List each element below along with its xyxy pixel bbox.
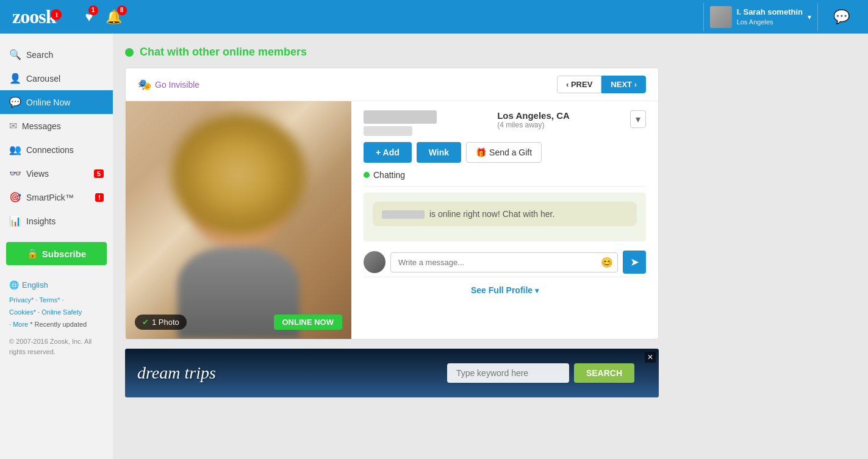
- ad-logo-text: dream trips: [137, 363, 216, 382]
- heart-badge: 1: [88, 5, 98, 15]
- copyright-text: © 2007-2016 Zoosk, Inc. All rights reser…: [9, 336, 104, 357]
- chatting-status: Chatting: [364, 170, 646, 187]
- emoji-button[interactable]: 😊: [601, 257, 613, 268]
- sidebar-item-online-now[interactable]: 💬 Online Now: [0, 90, 113, 114]
- sidebar: 🔍 Search 👤 Carousel 💬 Online Now ✉ Messa…: [0, 34, 113, 459]
- wink-button[interactable]: Wink: [417, 142, 461, 163]
- online-safety-link[interactable]: Online Safety: [41, 308, 82, 316]
- chat-area: is online right now! Chat with her.: [364, 193, 646, 241]
- ad-logo-wrap: dream trips: [137, 363, 216, 383]
- privacy-link[interactable]: Privacy*: [9, 296, 34, 304]
- profile-location-block: Los Angeles, CA (4 miles away): [497, 110, 570, 129]
- profile-distance: (4 miles away): [497, 121, 570, 129]
- ad-close-button[interactable]: ✕: [645, 352, 656, 363]
- subscribe-label: Subscribe: [42, 249, 87, 259]
- photo-section: ✔ 1 Photo ONLINE NOW: [126, 101, 351, 339]
- nav-icons: ♥ 1 🔔 8: [85, 9, 703, 25]
- sidebar-label-messages: Messages: [22, 121, 61, 131]
- next-button[interactable]: NEXT ›: [601, 76, 646, 93]
- more-link[interactable]: More: [13, 321, 28, 328]
- footer-links: Privacy* · Terms* · Cookies* · Online Sa…: [9, 294, 104, 330]
- profile-actions: + Add Wink 🎁 Send a Gift: [364, 142, 646, 163]
- bell-nav-icon[interactable]: 🔔 8: [106, 9, 122, 25]
- profile-photo[interactable]: [126, 101, 351, 339]
- go-invisible-button[interactable]: 🎭 Go Invisible: [138, 78, 199, 91]
- sidebar-item-connections[interactable]: 👥 Connections: [0, 138, 113, 162]
- ad-search-button[interactable]: SEARCH: [574, 363, 634, 383]
- see-full-profile-link[interactable]: See Full Profile ▾: [471, 285, 539, 295]
- send-icon: ➤: [630, 255, 639, 269]
- emoji-icon: 😊: [601, 257, 613, 268]
- user-menu[interactable]: I. Sarah somethin Los Angeles ▾: [703, 3, 818, 31]
- sidebar-label-smartpick: SmartPick™: [26, 193, 74, 202]
- chat-message-text: is online right now! Chat with her.: [429, 209, 554, 219]
- carousel-icon: 👤: [9, 73, 21, 84]
- main-layout: 🔍 Search 👤 Carousel 💬 Online Now ✉ Messa…: [0, 34, 868, 459]
- smartpick-icon: 🎯: [9, 191, 21, 203]
- profile-chevron-icon: ▾: [535, 286, 539, 295]
- sidebar-item-views[interactable]: 👓 Views 5: [0, 162, 113, 185]
- bell-badge: 8: [117, 5, 127, 15]
- more-options-button[interactable]: ▾: [630, 110, 646, 128]
- online-now-badge: ONLINE NOW: [274, 315, 343, 330]
- gift-label: Send a Gift: [489, 148, 532, 157]
- profile-age: [364, 126, 412, 136]
- photo-count[interactable]: ✔ 1 Photo: [135, 315, 187, 330]
- chat-bubble: is online right now! Chat with her.: [373, 202, 637, 226]
- sidebar-label-views: Views: [26, 169, 49, 179]
- send-gift-button[interactable]: 🎁 Send a Gift: [466, 142, 542, 163]
- profile-location: Los Angeles, CA: [497, 110, 570, 121]
- send-message-button[interactable]: ➤: [623, 251, 646, 274]
- chat-input-row: 😊 ➤: [364, 247, 646, 277]
- top-navigation: zoosk1 ♥ 1 🔔 8 I. Sarah somethin Los Ang…: [0, 0, 868, 34]
- next-chevron-icon: ›: [634, 80, 637, 89]
- avatar: [710, 6, 732, 28]
- chat-user-avatar: [364, 251, 386, 273]
- add-button[interactable]: + Add: [364, 142, 412, 163]
- user-info: I. Sarah somethin Los Angeles: [737, 7, 803, 26]
- see-full-profile-label: See Full Profile: [471, 285, 533, 295]
- subscribe-button[interactable]: 🔒 Subscribe: [6, 242, 107, 265]
- check-icon: ✔: [142, 318, 149, 327]
- language-label: English: [22, 280, 48, 290]
- chat-input-wrap: 😊: [390, 252, 618, 272]
- ad-banner: dream trips SEARCH ✕: [125, 349, 659, 397]
- ad-search-input[interactable]: [447, 363, 569, 383]
- profile-info-section: Los Angeles, CA (4 miles away) ▾ + Add W…: [351, 101, 658, 339]
- profile-card: 🎭 Go Invisible ‹ PREV NEXT ›: [125, 68, 659, 340]
- profile-name: [364, 110, 437, 124]
- logo[interactable]: zoosk1: [12, 5, 66, 28]
- messages-icon-button[interactable]: 💬: [827, 9, 856, 25]
- mask-icon: 🎭: [138, 78, 151, 91]
- sidebar-label-search: Search: [26, 50, 53, 60]
- photo-count-label: 1 Photo: [152, 318, 179, 327]
- prev-button[interactable]: ‹ PREV: [557, 76, 601, 93]
- sidebar-item-search[interactable]: 🔍 Search: [0, 43, 113, 66]
- chat-username-blurred: [382, 210, 425, 219]
- sidebar-label-insights: Insights: [26, 216, 56, 226]
- terms-link[interactable]: Terms*: [39, 296, 60, 304]
- photo-hair: [171, 113, 306, 235]
- sidebar-item-insights[interactable]: 📊 Insights: [0, 209, 113, 233]
- ad-search-wrap: SEARCH: [447, 363, 634, 383]
- chat-bubble-icon: 💬: [833, 9, 850, 24]
- user-location: Los Angeles: [737, 18, 803, 26]
- cookies-link[interactable]: Cookies*: [9, 308, 36, 316]
- sidebar-item-smartpick[interactable]: 🎯 SmartPick™ !: [0, 185, 113, 209]
- messages-icon: ✉: [9, 120, 17, 132]
- main-content: Chat with other online members 🎭 Go Invi…: [113, 34, 868, 459]
- sidebar-item-carousel[interactable]: 👤 Carousel: [0, 66, 113, 90]
- page-header: Chat with other online members: [125, 46, 856, 59]
- prev-chevron-icon: ‹: [566, 80, 569, 89]
- profile-card-body: ✔ 1 Photo ONLINE NOW Los Ang: [126, 101, 658, 339]
- photo-badges: ✔ 1 Photo ONLINE NOW: [126, 315, 351, 330]
- chat-message-input[interactable]: [390, 252, 618, 272]
- profile-name-block: [364, 110, 437, 136]
- lock-icon: 🔒: [27, 248, 38, 259]
- language-selector[interactable]: 🌐 English: [9, 280, 104, 290]
- connections-icon: 👥: [9, 144, 21, 155]
- recently-updated-text: * Recently updated: [30, 321, 87, 328]
- sidebar-item-messages[interactable]: ✉ Messages: [0, 114, 113, 138]
- heart-nav-icon[interactable]: ♥ 1: [85, 9, 93, 25]
- chatting-dot: [364, 172, 370, 178]
